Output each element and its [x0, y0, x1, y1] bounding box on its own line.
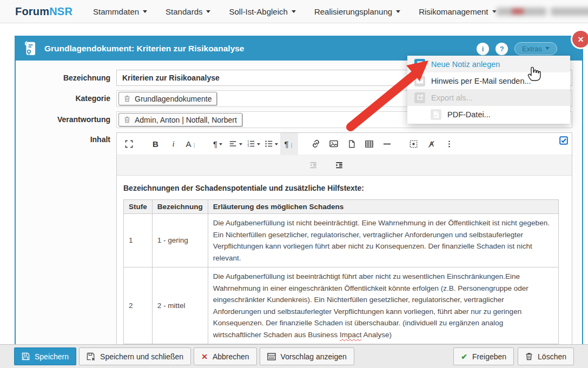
menu-item-export-als: Export als...	[407, 89, 570, 106]
close-button[interactable]: ✕	[572, 31, 588, 48]
menu-stammdaten[interactable]: Stammdaten	[93, 7, 147, 16]
bold-button[interactable]: B	[147, 133, 164, 155]
caret-down-icon	[545, 47, 550, 52]
italic-icon: i	[172, 139, 174, 149]
extras-dropdown-menu: Neue Notiz anlegen Hinweis per E-Mail se…	[407, 56, 570, 124]
inhalt-label: Inhalt	[16, 132, 116, 345]
checkbox-checked-icon	[559, 136, 568, 145]
verantwortung-token-label: Admin, Anton | Notfall, Norbert	[135, 116, 237, 124]
cell-text: Analyse)	[361, 331, 392, 339]
menu-label: Soll-Ist-Abgleich	[229, 7, 287, 16]
fullscreen-button[interactable]	[120, 133, 138, 155]
verantwortung-token[interactable]: Admin, Anton | Notfall, Norbert	[118, 113, 242, 126]
table-row: 1 1 - gering Die Aufgabenerfüllung ist n…	[124, 214, 559, 267]
cell-stufe[interactable]: 1	[124, 214, 153, 267]
italic-button[interactable]: i	[164, 133, 182, 155]
paragraph-style-button[interactable]: ¶⋮	[280, 133, 298, 155]
ordered-list-button[interactable]: 1 2 3	[245, 133, 262, 155]
scroll-document-icon	[23, 41, 38, 57]
content-heading: Bezeichnungen der Schadenspotentiale und…	[123, 184, 565, 192]
schadenspotentiale-table: Stufe Bezeichnung Erläuterung des möglic…	[123, 199, 559, 344]
insert-link-button[interactable]	[307, 133, 325, 155]
trash-icon[interactable]	[124, 95, 130, 102]
vorschlag-anzeigen-button[interactable]: Vorschlag anzeigen	[260, 347, 354, 365]
col-header-bezeichnung[interactable]: Bezeichnung	[152, 200, 208, 214]
editor-content[interactable]: Bezeichnungen der Schadenspotentiale und…	[117, 176, 572, 344]
paragraph-format-button[interactable]: ¶	[209, 133, 227, 155]
editor-checkbox[interactable]	[559, 136, 568, 147]
app-logo[interactable]: ForumNSR	[15, 5, 72, 18]
export-icon	[414, 92, 425, 103]
cancel-x-icon: ✕	[201, 352, 208, 361]
freigeben-button[interactable]: ✔ Freigeben	[453, 347, 514, 365]
insert-image-button[interactable]	[325, 133, 342, 155]
cell-bezeichnung[interactable]: 2 - mittel	[152, 267, 208, 344]
help-icon: ?	[500, 45, 504, 53]
menu-item-pdf-datei[interactable]: PDF-Datei...	[407, 106, 570, 123]
cell-erlaeuterung[interactable]: Die Aufgabenerfüllung ist beeinträchtigt…	[208, 267, 558, 344]
font-options-icon: A⋮	[186, 139, 196, 149]
menu-label: Realisierungsplanung	[314, 7, 392, 16]
text-format-more-button[interactable]: A⋮	[182, 133, 200, 155]
menu-realisierungsplanung[interactable]: Realisierungsplanung	[314, 7, 400, 16]
col-header-stufe[interactable]: Stufe	[124, 200, 153, 214]
cell-erlaeuterung[interactable]: Die Aufgabenerfüllung ist nicht beeinträ…	[208, 214, 558, 267]
cell-stufe[interactable]: 2	[124, 267, 153, 344]
bold-icon: B	[153, 139, 158, 149]
dialog-title: Grundlagendokument: Kriterien zur Risiko…	[44, 44, 470, 53]
top-navigation-bar: ForumNSR Stammdaten Standards Soll-Ist-A…	[0, 0, 588, 23]
menu-item-email-hinweis[interactable]: Hinweis per E-Mail senden...	[407, 72, 570, 89]
unordered-list-button[interactable]	[262, 133, 280, 155]
user-menu[interactable]: (ADMINISTRATOR)	[497, 2, 588, 21]
list-box-icon	[267, 353, 276, 360]
trash-icon[interactable]	[124, 116, 130, 123]
info-button[interactable]: i	[477, 43, 489, 55]
close-icon: ✕	[578, 35, 584, 44]
loeschen-button[interactable]: Löschen	[518, 347, 574, 365]
svg-text:3: 3	[247, 145, 249, 148]
clear-formatting-icon: A	[427, 139, 436, 149]
outdent-button[interactable]	[305, 158, 321, 173]
image-icon	[329, 139, 339, 149]
more-options-button[interactable]	[440, 133, 458, 155]
button-label: Freigeben	[472, 352, 506, 361]
bezeichnung-label: Bezeichnung	[16, 70, 116, 86]
menu-standards[interactable]: Standards	[166, 7, 210, 16]
file-icon	[347, 139, 356, 149]
link-icon	[311, 139, 321, 149]
speichern-und-schliessen-button[interactable]: Speichern und schließen	[79, 347, 191, 365]
caret-down-icon	[396, 10, 400, 15]
menu-item-neue-notiz[interactable]: Neue Notiz anlegen	[407, 56, 570, 72]
indent-button[interactable]	[331, 158, 347, 173]
insert-hr-button[interactable]	[378, 133, 396, 155]
align-button[interactable]	[227, 133, 245, 155]
menu-soll-ist-abgleich[interactable]: Soll-Ist-Abgleich	[229, 7, 295, 16]
caret-down-icon	[257, 143, 260, 147]
paragraph-style-icon: ¶⋮	[284, 139, 294, 149]
kategorie-token[interactable]: Grundlagendokumente	[118, 92, 217, 105]
menu-risikomanagement[interactable]: Risikomanagement	[419, 7, 496, 16]
cell-bezeichnung[interactable]: 1 - gering	[152, 214, 208, 267]
redacted-username	[497, 8, 546, 16]
clear-formatting-button[interactable]: A	[422, 133, 440, 155]
select-all-button[interactable]	[405, 133, 422, 155]
save-close-icon	[87, 352, 95, 361]
table-header-row: Stufe Bezeichnung Erläuterung des möglic…	[124, 200, 559, 214]
col-header-erlaeuterung[interactable]: Erläuterung des möglichen Schadens	[208, 200, 558, 214]
menu-label: Risikomanagement	[419, 7, 488, 16]
help-button[interactable]: ?	[495, 43, 508, 55]
button-label: Vorschlag anzeigen	[281, 352, 347, 361]
menu-label: Standards	[166, 7, 202, 16]
info-icon: i	[482, 45, 484, 53]
insert-file-button[interactable]	[342, 133, 360, 155]
caret-down-icon	[239, 143, 242, 147]
extras-dropdown-button[interactable]: Extras	[514, 42, 557, 55]
abbrechen-button[interactable]: ✕ Abbrechen	[194, 347, 256, 365]
menu-item-label: Neue Notiz anlegen	[431, 60, 500, 69]
unordered-list-icon	[265, 139, 273, 148]
speichern-button[interactable]: Speichern	[14, 347, 76, 365]
menu-label: Stammdaten	[93, 7, 139, 16]
caret-down-icon	[492, 10, 497, 15]
select-all-icon	[409, 139, 418, 149]
insert-table-button[interactable]	[360, 133, 378, 155]
